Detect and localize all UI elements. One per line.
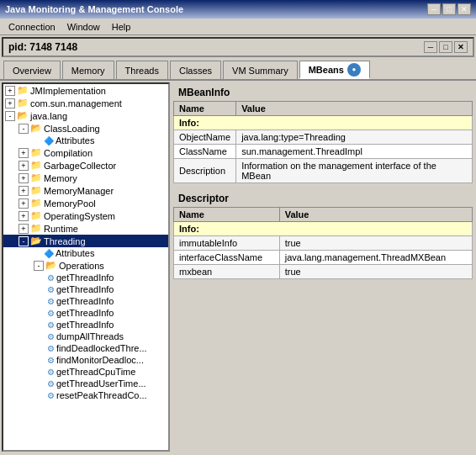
tree-node-threading[interactable]: - 📂 Threading: [3, 235, 168, 247]
tab-threads[interactable]: Threads: [116, 61, 168, 79]
maximize-button[interactable]: □: [442, 3, 456, 15]
tree-node-op1[interactable]: ⚙ getThreadInfo: [3, 272, 168, 283]
col-header-name-2: Name: [174, 208, 280, 222]
tree-panel[interactable]: + 📁 JMImplementation + 📁 com.sun.managem…: [2, 82, 170, 452]
folder-icon-compilation: 📁: [30, 147, 42, 158]
menu-window[interactable]: Window: [62, 21, 105, 33]
tree-node-op9[interactable]: ⚙ getThreadCpuTime: [3, 366, 168, 378]
folder-icon-javalang: 📂: [17, 110, 29, 121]
tree-node-compilation[interactable]: + 📁 Compilation: [3, 146, 168, 159]
expander-gc[interactable]: +: [19, 161, 29, 171]
expander-mempool[interactable]: +: [19, 198, 29, 209]
col-header-name-1: Name: [174, 102, 236, 116]
expander-os[interactable]: +: [19, 211, 29, 221]
table-row-immutable: immutableInfo true: [174, 236, 473, 251]
mbean-info-info-row: Info:: [174, 116, 473, 130]
tree-node-attrs2[interactable]: 🔷 Attributes: [3, 247, 168, 259]
tree-node-gc[interactable]: + 📁 GarbageCollector: [3, 159, 168, 172]
tree-label-op9: getThreadCpuTime: [56, 367, 135, 377]
op-icon-11: ⚙: [47, 391, 55, 400]
tab-classes[interactable]: Classes: [170, 61, 221, 79]
tree-node-op6[interactable]: ⚙ dumpAllThreads: [3, 331, 168, 342]
tree-node-op5[interactable]: ⚙ getThreadInfo: [3, 319, 168, 331]
tree-label-attrs1: Attributes: [56, 135, 94, 145]
expander-memmgr[interactable]: +: [19, 186, 29, 196]
minimize-button[interactable]: ─: [427, 3, 441, 15]
tree-node-op4[interactable]: ⚙ getThreadInfo: [3, 307, 168, 319]
tree-node-runtime[interactable]: + 📁 Runtime: [3, 222, 168, 235]
close-button[interactable]: ✕: [457, 3, 471, 15]
tree-label-op10: getThreadUserTime...: [56, 378, 146, 389]
menu-bar: Connection Window Help: [0, 19, 476, 35]
tree-node-classloading[interactable]: - 📂 ClassLoading: [3, 122, 168, 135]
folder-icon-gc: 📁: [30, 160, 42, 171]
tree-label-memory: Memory: [44, 173, 77, 183]
tree-label-threading: Threading: [44, 236, 86, 246]
tab-memory[interactable]: Memory: [62, 61, 114, 79]
tree-node-comsun[interactable]: + 📁 com.sun.management: [3, 97, 168, 109]
tree-node-operations[interactable]: - 📂 Operations: [3, 259, 168, 272]
tree-node-op8[interactable]: ⚙ findMonitorDeadloc...: [3, 354, 168, 366]
tree-node-attrs1[interactable]: 🔷 Attributes: [3, 135, 168, 146]
op-icon-2: ⚙: [47, 285, 55, 294]
tree-label-op2: getThreadInfo: [56, 284, 114, 294]
pid-min-button[interactable]: ─: [424, 41, 437, 53]
table-row-description: Description Information on the managemen…: [174, 159, 473, 183]
expander-operations[interactable]: -: [34, 261, 44, 271]
tree-node-op3[interactable]: ⚙ getThreadInfo: [3, 295, 168, 307]
cell-name-interface: interfaceClassName: [174, 251, 280, 265]
expander-threading[interactable]: -: [19, 236, 29, 246]
pid-max-button[interactable]: □: [439, 41, 452, 53]
tab-mbeans[interactable]: MBeans ●: [299, 61, 370, 79]
menu-connection[interactable]: Connection: [3, 21, 61, 33]
expander-comsun[interactable]: +: [5, 98, 15, 108]
expander-jmimplementation[interactable]: +: [5, 86, 15, 96]
op-icon-9: ⚙: [47, 368, 55, 377]
pid-label: pid: 7148 7148: [8, 41, 77, 53]
folder-icon-memory: 📁: [30, 172, 42, 183]
tree-label-op8: findMonitorDeadloc...: [56, 355, 144, 365]
folder-icon-runtime: 📁: [30, 223, 42, 234]
tree-label-op6: dumpAllThreads: [56, 331, 124, 341]
tree-node-memmgr[interactable]: + 📁 MemoryManager: [3, 184, 168, 197]
op-icon-3: ⚙: [47, 297, 55, 306]
tree-node-op7[interactable]: ⚙ findDeadlockedThre...: [3, 342, 168, 354]
cell-value-mxbean: true: [279, 265, 472, 279]
folder-icon-memmgr: 📁: [30, 185, 42, 196]
tab-overview[interactable]: Overview: [3, 61, 61, 79]
expander-classloading[interactable]: -: [19, 124, 29, 134]
tree-node-javalang[interactable]: - 📂 java.lang: [3, 109, 168, 122]
tree-node-op10[interactable]: ⚙ getThreadUserTime...: [3, 378, 168, 389]
tree-node-os[interactable]: + 📁 OperatingSystem: [3, 209, 168, 222]
tree-label-classloading: ClassLoading: [44, 124, 100, 134]
tree-node-jmimplementation[interactable]: + 📁 JMImplementation: [3, 84, 168, 97]
tree-node-mempool[interactable]: + 📁 MemoryPool: [3, 197, 168, 209]
cell-value-description: Information on the management interface …: [236, 159, 473, 183]
tree-label-op1: getThreadInfo: [56, 272, 114, 283]
expander-compilation[interactable]: +: [19, 148, 29, 158]
tree-label-operations: Operations: [59, 261, 104, 271]
op-icon-1: ⚙: [47, 273, 55, 283]
pid-bar-buttons: ─ □ ✕: [424, 41, 468, 53]
op-icon-8: ⚙: [47, 356, 55, 365]
right-panel: MBeanInfo Name Value Info: ObjectName ja…: [172, 82, 474, 452]
pid-close-button[interactable]: ✕: [454, 41, 468, 53]
tree-node-op2[interactable]: ⚙ getThreadInfo: [3, 283, 168, 295]
folder-icon-classloading: 📂: [30, 123, 42, 134]
menu-help[interactable]: Help: [107, 21, 136, 33]
tree-node-op11[interactable]: ⚙ resetPeakThreadCo...: [3, 389, 168, 401]
tree-label-op7: findDeadlockedThre...: [56, 343, 147, 353]
expander-runtime[interactable]: +: [19, 224, 29, 234]
expander-memory[interactable]: +: [19, 173, 29, 183]
op-icon-4: ⚙: [47, 309, 55, 318]
tree-node-memory[interactable]: + 📁 Memory: [3, 172, 168, 184]
table-row-classname: ClassName sun.management.ThreadImpl: [174, 145, 473, 159]
tab-vmsummary[interactable]: VM Summary: [223, 61, 298, 79]
cell-name-description: Description: [174, 159, 236, 183]
folder-icon: 📁: [17, 85, 29, 96]
op-icon-5: ⚙: [47, 320, 55, 330]
op-icon-6: ⚙: [47, 332, 55, 341]
folder-icon-os: 📁: [30, 210, 42, 221]
expander-javalang[interactable]: -: [5, 111, 15, 121]
cell-name-immutable: immutableInfo: [174, 236, 280, 251]
